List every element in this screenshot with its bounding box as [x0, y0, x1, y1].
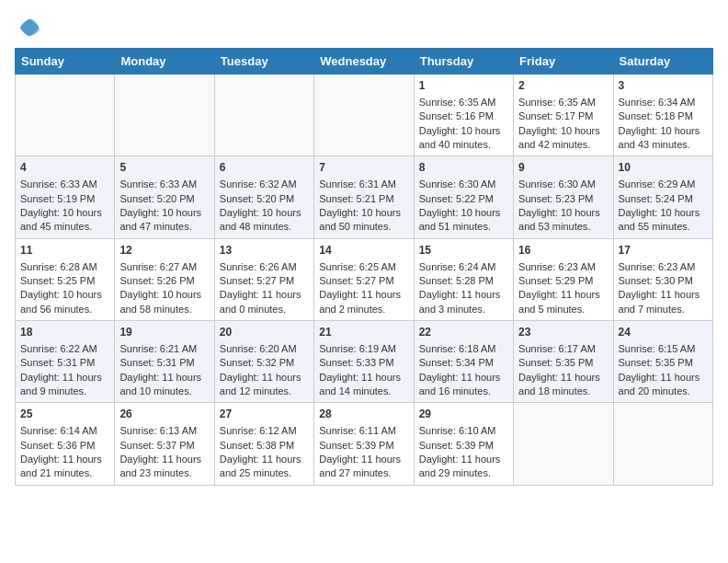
- day-info: Sunset: 5:29 PM: [518, 274, 608, 288]
- day-info: Sunset: 5:24 PM: [619, 192, 708, 206]
- day-info: Sunrise: 6:18 AM: [419, 342, 508, 356]
- calendar-cell: [115, 75, 214, 156]
- day-number: 24: [619, 325, 708, 340]
- day-info: Daylight: 10 hours: [619, 124, 708, 138]
- day-info: Sunrise: 6:10 AM: [419, 424, 508, 438]
- logo: [15, 15, 42, 40]
- day-info: Sunrise: 6:23 AM: [518, 260, 608, 274]
- day-info: Sunrise: 6:32 AM: [220, 178, 309, 191]
- day-info: Sunset: 5:20 PM: [119, 192, 209, 206]
- calendar-week-row: 18Sunrise: 6:22 AMSunset: 5:31 PMDayligh…: [16, 321, 713, 403]
- calendar-week-row: 1Sunrise: 6:35 AMSunset: 5:16 PMDaylight…: [16, 75, 713, 156]
- calendar-cell: 7Sunrise: 6:31 AMSunset: 5:21 PMDaylight…: [314, 156, 414, 238]
- day-info: Sunset: 5:31 PM: [119, 356, 209, 370]
- calendar-cell: 17Sunrise: 6:23 AMSunset: 5:30 PMDayligh…: [613, 238, 712, 320]
- day-info: Daylight: 11 hours: [319, 288, 408, 302]
- day-info: Sunrise: 6:23 AM: [619, 260, 708, 274]
- day-info: Sunrise: 6:35 AM: [518, 96, 608, 109]
- day-info: and 7 minutes.: [619, 303, 708, 316]
- day-number: 7: [319, 160, 408, 176]
- day-number: 28: [319, 407, 408, 422]
- day-info: Daylight: 11 hours: [220, 371, 309, 385]
- day-info: Sunset: 5:30 PM: [619, 274, 708, 288]
- day-number: 13: [220, 243, 309, 259]
- day-info: Sunrise: 6:25 AM: [319, 260, 408, 274]
- day-number: 22: [419, 325, 508, 340]
- day-info: Sunrise: 6:14 AM: [20, 424, 109, 438]
- day-number: 27: [220, 407, 309, 422]
- day-info: Daylight: 11 hours: [319, 371, 408, 385]
- calendar-cell: 11Sunrise: 6:28 AMSunset: 5:25 PMDayligh…: [16, 238, 115, 320]
- day-number: 2: [518, 78, 608, 94]
- calendar-cell: 9Sunrise: 6:30 AMSunset: 5:23 PMDaylight…: [514, 156, 613, 238]
- day-info: Sunset: 5:34 PM: [419, 356, 508, 370]
- day-info: Sunrise: 6:26 AM: [220, 260, 309, 274]
- day-info: Sunset: 5:38 PM: [220, 439, 309, 453]
- day-info: Sunset: 5:25 PM: [20, 274, 109, 288]
- day-number: 25: [20, 407, 109, 422]
- day-info: Sunrise: 6:21 AM: [119, 342, 209, 356]
- calendar-cell: [613, 403, 712, 485]
- day-info: Daylight: 10 hours: [119, 288, 209, 302]
- calendar-cell: 19Sunrise: 6:21 AMSunset: 5:31 PMDayligh…: [115, 321, 214, 403]
- calendar-cell: 27Sunrise: 6:12 AMSunset: 5:38 PMDayligh…: [214, 403, 313, 485]
- day-info: Daylight: 11 hours: [220, 453, 309, 466]
- day-info: and 12 minutes.: [220, 385, 309, 398]
- calendar: SundayMondayTuesdayWednesdayThursdayFrid…: [15, 48, 713, 486]
- calendar-cell: [16, 75, 115, 156]
- day-number: 20: [220, 325, 309, 340]
- day-number: 1: [419, 78, 508, 94]
- day-number: 21: [319, 325, 408, 340]
- day-info: Daylight: 10 hours: [419, 206, 508, 220]
- header-saturday: Saturday: [613, 49, 712, 75]
- calendar-week-row: 25Sunrise: 6:14 AMSunset: 5:36 PMDayligh…: [16, 403, 713, 485]
- calendar-header-row: SundayMondayTuesdayWednesdayThursdayFrid…: [16, 49, 713, 75]
- day-number: 16: [518, 243, 608, 259]
- calendar-cell: 21Sunrise: 6:19 AMSunset: 5:33 PMDayligh…: [314, 321, 414, 403]
- calendar-cell: 13Sunrise: 6:26 AMSunset: 5:27 PMDayligh…: [214, 238, 313, 320]
- calendar-cell: 8Sunrise: 6:30 AMSunset: 5:22 PMDaylight…: [414, 156, 513, 238]
- day-info: Sunset: 5:39 PM: [419, 439, 508, 453]
- day-info: and 14 minutes.: [319, 385, 408, 398]
- day-info: and 40 minutes.: [419, 138, 508, 152]
- day-info: and 5 minutes.: [518, 303, 608, 316]
- day-info: and 10 minutes.: [119, 385, 209, 398]
- day-number: 17: [619, 243, 708, 259]
- calendar-cell: [514, 403, 613, 485]
- day-info: and 42 minutes.: [518, 138, 608, 152]
- calendar-cell: 12Sunrise: 6:27 AMSunset: 5:26 PMDayligh…: [115, 238, 214, 320]
- day-info: Sunrise: 6:13 AM: [119, 424, 209, 438]
- day-info: Sunrise: 6:17 AM: [518, 342, 608, 356]
- calendar-cell: 3Sunrise: 6:34 AMSunset: 5:18 PMDaylight…: [613, 75, 712, 156]
- day-number: 11: [20, 243, 109, 259]
- calendar-cell: 1Sunrise: 6:35 AMSunset: 5:16 PMDaylight…: [414, 75, 513, 156]
- day-info: and 27 minutes.: [319, 466, 408, 480]
- day-info: Sunrise: 6:12 AM: [220, 424, 309, 438]
- day-info: Daylight: 11 hours: [20, 453, 109, 466]
- day-number: 5: [119, 160, 209, 176]
- day-number: 26: [119, 407, 209, 422]
- day-info: Sunset: 5:16 PM: [419, 109, 508, 123]
- day-info: and 0 minutes.: [220, 303, 309, 316]
- calendar-cell: 22Sunrise: 6:18 AMSunset: 5:34 PMDayligh…: [414, 321, 513, 403]
- day-info: Sunrise: 6:29 AM: [619, 178, 708, 191]
- calendar-cell: 18Sunrise: 6:22 AMSunset: 5:31 PMDayligh…: [16, 321, 115, 403]
- day-info: Daylight: 11 hours: [518, 371, 608, 385]
- day-info: Sunset: 5:19 PM: [20, 192, 109, 206]
- day-number: 3: [619, 78, 708, 94]
- calendar-cell: 29Sunrise: 6:10 AMSunset: 5:39 PMDayligh…: [414, 403, 513, 485]
- header-friday: Friday: [514, 49, 613, 75]
- day-info: Daylight: 11 hours: [119, 453, 209, 466]
- calendar-cell: 26Sunrise: 6:13 AMSunset: 5:37 PMDayligh…: [115, 403, 214, 485]
- day-info: Sunset: 5:23 PM: [518, 192, 608, 206]
- day-info: and 3 minutes.: [419, 303, 508, 316]
- day-info: Sunset: 5:39 PM: [319, 439, 408, 453]
- calendar-week-row: 4Sunrise: 6:33 AMSunset: 5:19 PMDaylight…: [16, 156, 713, 238]
- day-info: and 43 minutes.: [619, 138, 708, 152]
- day-info: Sunrise: 6:11 AM: [319, 424, 408, 438]
- day-info: and 29 minutes.: [419, 466, 508, 480]
- day-info: Daylight: 11 hours: [20, 371, 109, 385]
- day-info: Sunrise: 6:15 AM: [619, 342, 708, 356]
- day-number: 10: [619, 160, 708, 176]
- calendar-cell: 5Sunrise: 6:33 AMSunset: 5:20 PMDaylight…: [115, 156, 214, 238]
